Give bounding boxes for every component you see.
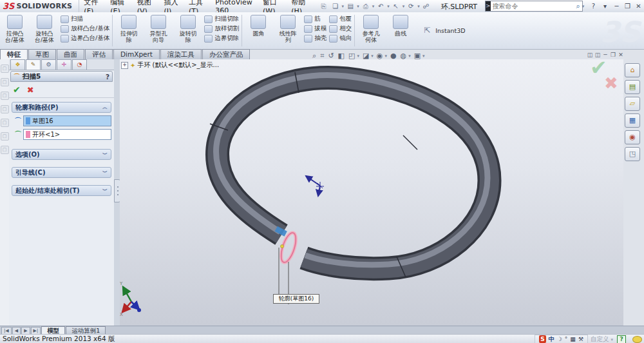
rail-icon-1[interactable]: ▢ [1, 64, 9, 73]
ime-punctuation-icon[interactable]: ° [565, 335, 568, 343]
select-icon[interactable]: ↖ [391, 2, 401, 11]
view-settings-icon[interactable]: ▣ [414, 52, 421, 60]
hole-wizard-button[interactable]: 异型孔 向导 [144, 12, 173, 49]
group-profile-and-path[interactable]: 轮廓和路径(P) ︿ [12, 102, 111, 113]
ime-softkeyboard-icon[interactable]: ▦ [570, 335, 576, 343]
undo-icon[interactable]: ↶ [375, 2, 386, 11]
path-field[interactable]: 开环<1> [23, 129, 111, 140]
fillet-button[interactable]: 圆角 [243, 12, 273, 49]
extrude-cut-button[interactable]: 拉伸切 除 [114, 12, 144, 49]
chevron-down-icon[interactable]: ▾ [408, 54, 411, 59]
shell-button[interactable]: 抽壳 [304, 34, 327, 43]
wrap-button[interactable]: 包覆 [329, 14, 352, 24]
chevron-down-icon[interactable]: ▾ [417, 4, 420, 9]
rail-icon-7[interactable]: ▢ [1, 146, 9, 154]
expand-icon[interactable]: ﹀ [102, 151, 108, 158]
profile-field[interactable]: 草图16 [23, 115, 111, 126]
customize-dropdown[interactable]: 自定义 ▾ [591, 335, 613, 343]
tab-surfaces[interactable]: 曲面 [57, 49, 84, 59]
profile-callout[interactable]: 轮廓(草图16) [273, 294, 319, 304]
boundary-cut-button[interactable]: 边界切除 [204, 34, 239, 43]
chevron-down-icon[interactable]: ▾ [357, 4, 359, 9]
group-guide-curves[interactable]: 引导线(C) ﹀ [12, 167, 111, 178]
confirmation-corner-cancel[interactable]: ✖ [604, 74, 618, 93]
linear-pattern-button[interactable]: 线性阵 列 [273, 12, 303, 49]
sketch-point[interactable] [281, 245, 284, 248]
display-style-icon[interactable]: ◪ [363, 52, 369, 60]
wristband-model[interactable] [210, 72, 489, 277]
ime-fullwidth-icon[interactable]: ☽ [557, 335, 562, 343]
revolve-boss-button[interactable]: 旋转凸 台/基体 [30, 12, 59, 49]
attach-icon[interactable]: ⎘ [319, 2, 329, 11]
chevron-down-icon[interactable]: ▾ [342, 4, 345, 9]
hide-show-items-icon[interactable]: ◉ [377, 52, 383, 60]
chevron-down-icon[interactable]: ▾ [372, 4, 375, 9]
minimize-button[interactable]: ─ [611, 3, 622, 10]
chevron-down-icon[interactable]: ▾ [371, 54, 374, 59]
doc-close-button[interactable]: ✕ [617, 52, 625, 58]
group-options[interactable]: 选项(O) ﹀ [12, 149, 111, 160]
collapse-icon[interactable]: ︿ [102, 104, 108, 111]
edit-appearance-icon[interactable]: ● [390, 52, 397, 60]
tab-office-products[interactable]: 办公室产品 [202, 49, 251, 59]
sweep-cut-button[interactable]: 扫描切除 [204, 14, 239, 24]
previous-view-icon[interactable]: ↺ [328, 52, 334, 60]
home-icon[interactable]: ⌂ [625, 63, 640, 77]
feature-tree-root[interactable]: 手环 (默认<<默认>_显示... [137, 61, 219, 70]
intersect-button[interactable]: 相交 [329, 24, 352, 34]
search-input[interactable] [491, 2, 575, 10]
graphics-viewport[interactable]: + ✦ 手环 (默认<<默认>_显示... 轮廓(草图16) Y X [120, 59, 623, 326]
configuration-manager-tab-icon[interactable]: ⚙ [41, 59, 56, 70]
zoom-area-icon[interactable]: ⌗ [320, 52, 324, 60]
search-flyout-icon[interactable]: > [486, 1, 491, 11]
section-view-icon[interactable]: ◧ [338, 52, 345, 60]
apply-scene-icon[interactable]: ◍ [401, 52, 407, 60]
rebuild-icon[interactable]: ⟳ [406, 2, 416, 11]
loft-cut-button[interactable]: 放样切割 [204, 24, 239, 34]
rail-icon-3[interactable]: ▢ [1, 92, 9, 100]
display-manager-tab-icon[interactable]: ◔ [72, 59, 87, 70]
doc-restore-button[interactable]: ❐ [609, 52, 617, 58]
close-button[interactable]: ✕ [633, 3, 644, 10]
ime-sogou-icon[interactable]: S [539, 335, 545, 343]
print-icon[interactable]: ⎙ [361, 2, 371, 11]
command-search[interactable]: > ⌕ ▾ [485, 1, 583, 12]
reference-geometry-button[interactable]: 参考几 何体 [356, 12, 386, 49]
tab-sketch[interactable]: 草图 [28, 49, 56, 59]
chevron-down-icon[interactable]: ▾ [357, 54, 359, 59]
rail-icon-4[interactable]: ▢ [1, 105, 9, 113]
group-start-end-tangency[interactable]: 起始处/结束处相切(T) ﹀ [12, 185, 111, 196]
chevron-down-icon[interactable]: ▾ [387, 4, 390, 9]
chevron-down-icon[interactable]: ▾ [422, 54, 425, 59]
boundary-boss-button[interactable]: 边界凸台/基体 [61, 34, 109, 43]
view-palette-icon[interactable]: ▦ [625, 113, 640, 128]
draft-button[interactable]: 拔模 [304, 24, 327, 34]
help-icon[interactable]: ? [106, 73, 109, 81]
expand-tree-icon[interactable]: + [121, 62, 128, 69]
chevron-down-icon[interactable]: ▾ [402, 4, 405, 9]
rib-button[interactable]: 筋 [304, 14, 327, 24]
expand-icon[interactable]: ﹀ [102, 187, 108, 194]
feature-tree-flyout[interactable]: + ✦ 手环 (默认<<默认>_显示... [121, 61, 219, 70]
help-button[interactable]: ? [588, 3, 599, 10]
tab-render-tools[interactable]: 渲染工具 [160, 49, 202, 59]
restore-button[interactable]: ❐ [622, 3, 633, 10]
expand-icon[interactable]: ﹀ [102, 169, 108, 176]
instant3d-button[interactable]: ⇱ Instant3D [415, 12, 470, 49]
ime-language-icon[interactable]: 中 [549, 335, 554, 343]
appearances-icon[interactable]: ◉ [625, 130, 640, 144]
sweep-button[interactable]: 扫描 [61, 14, 109, 24]
save-icon[interactable]: ▤ [345, 2, 355, 11]
curves-button[interactable]: 曲线 [386, 12, 415, 49]
rail-icon-2[interactable]: ▢ [1, 78, 9, 86]
tab-features[interactable]: 特征 [0, 49, 28, 59]
chevron-down-icon[interactable]: ▾ [582, 4, 585, 9]
cancel-button[interactable]: ✖ [27, 85, 34, 95]
file-explorer-icon[interactable]: ▱ [625, 97, 640, 111]
revolve-cut-button[interactable]: 旋转切 除 [173, 12, 203, 49]
property-manager-tab-icon[interactable]: ✎ [26, 59, 41, 70]
new-document-icon[interactable]: ❏ [330, 2, 341, 11]
instant3d-anchor-icon[interactable]: ☍ [421, 2, 431, 11]
zoom-fit-icon[interactable]: ⌕ [312, 52, 316, 60]
view-orientation-icon[interactable]: ◰ [348, 52, 355, 60]
